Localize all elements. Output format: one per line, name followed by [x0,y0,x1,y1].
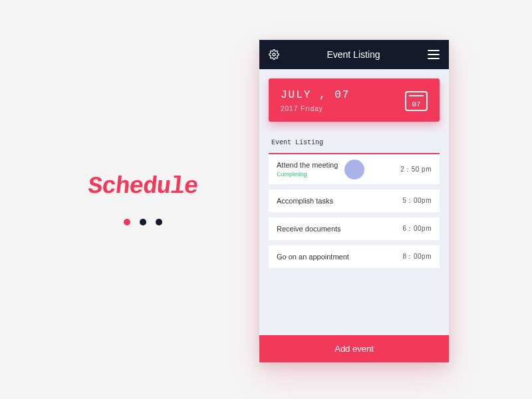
calendar-icon: 07 [405,91,428,111]
settings-button[interactable] [269,49,279,60]
event-row[interactable]: Accomplish tasks 5：00pm [269,190,440,212]
menu-button[interactable] [428,50,440,59]
event-time: 6：00pm [402,224,432,233]
brand-logo: Schedule [65,173,221,200]
event-title: Attend the meeting [277,161,338,169]
drag-handle[interactable] [344,160,364,180]
phone-mock: Event Listing JULY , 07 2017 Friday 07 E… [259,40,449,362]
section-label: Event Listing [271,139,437,146]
page-dot-2[interactable] [140,219,146,225]
event-status: Completing [277,171,338,178]
add-event-button[interactable]: Add event [259,335,449,362]
date-card[interactable]: JULY , 07 2017 Friday 07 [269,78,440,122]
hamburger-icon [428,50,440,59]
page-title: Event Listing [327,49,380,60]
brand-panel: Schedule [66,173,219,225]
app-header: Event Listing [259,40,449,69]
date-sub: 2017 Friday [281,105,350,112]
date-text-block: JULY , 07 2017 Friday [281,89,350,112]
event-title: Receive documents [277,225,341,233]
event-title: Go on an appointment [277,253,349,261]
event-time: 5：00pm [402,196,432,205]
svg-point-0 [273,53,275,56]
date-main: JULY , 07 [281,89,350,101]
event-list: Attend the meeting Completing 2：50 pm Ac… [269,153,440,268]
page-dot-1[interactable] [124,219,130,225]
page-dots[interactable] [66,219,219,225]
event-row[interactable]: Attend the meeting Completing 2：50 pm [269,153,440,184]
event-time: 8：00pm [402,252,432,261]
calendar-day: 07 [412,100,420,108]
page-dot-3[interactable] [156,219,162,225]
event-time: 2：50 pm [400,165,432,174]
event-row[interactable]: Receive documents 6：00pm [269,217,440,240]
gear-icon [269,49,279,60]
event-row[interactable]: Go on an appointment 8：00pm [269,245,440,268]
event-title: Accomplish tasks [277,197,333,205]
